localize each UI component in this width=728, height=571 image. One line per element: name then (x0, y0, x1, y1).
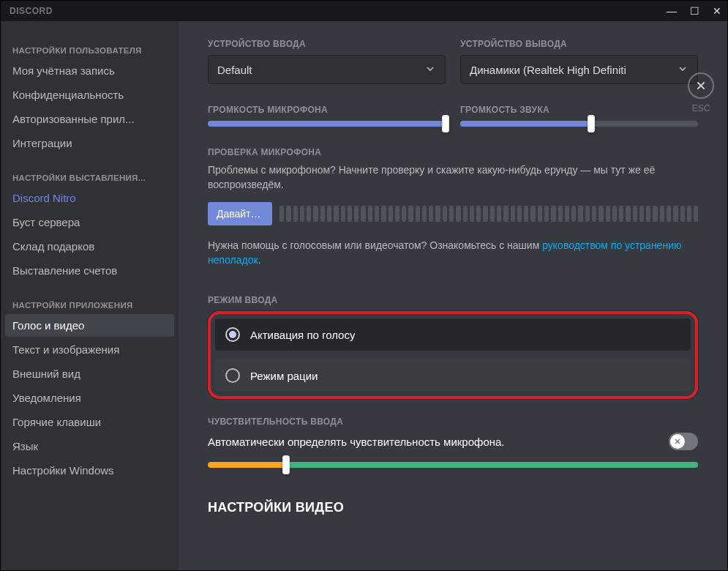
chevron-down-icon (677, 63, 688, 77)
auto-sensitivity-label: Автоматически определять чувствительност… (208, 436, 505, 448)
video-settings-header: НАСТРОЙКИ ВИДЕО (208, 500, 698, 515)
input-device-value: Default (217, 64, 252, 76)
voice-help-text: Нужна помощь с голосовым или видеочатом?… (208, 239, 698, 267)
sensitivity-header: ЧУВСТВИТЕЛЬНОСТЬ ВВОДА (208, 417, 698, 427)
sidebar-item-appearance[interactable]: Внешний вид (5, 362, 174, 385)
mic-volume-slider[interactable] (208, 121, 446, 127)
sidebar-item-gifts[interactable]: Склад подарков (5, 235, 174, 258)
sidebar-item-notifications[interactable]: Уведомления (5, 387, 174, 409)
close-settings-button[interactable] (688, 72, 714, 99)
input-device-label: УСТРОЙСТВО ВВОДА (208, 39, 446, 49)
sidebar-item-authorized-apps[interactable]: Авторизованные прил... (5, 108, 174, 130)
input-mode-highlight: Активация по голосу Режим рации (208, 311, 698, 399)
input-mode-ptt-label: Режим рации (250, 370, 318, 382)
mic-level-meter (279, 206, 698, 222)
titlebar: DISCORD — ☐ ✕ (1, 1, 727, 21)
maximize-icon[interactable]: ☐ (690, 5, 699, 17)
settings-sidebar: НАСТРОЙКИ ПОЛЬЗОВАТЕЛЯ Моя учётная запис… (1, 21, 179, 570)
sidebar-item-boost[interactable]: Буст сервера (5, 211, 174, 234)
sidebar-item-voice-video[interactable]: Голос и видео (5, 314, 174, 337)
output-volume-label: ГРОМКОСТЬ ЗВУКА (460, 105, 698, 115)
minimize-icon[interactable]: — (667, 5, 677, 17)
radio-on-icon (225, 327, 240, 342)
output-volume-slider[interactable] (460, 121, 698, 127)
input-mode-voice-label: Активация по голосу (250, 329, 355, 341)
mic-volume-label: ГРОМКОСТЬ МИКРОФОНА (208, 105, 446, 115)
sidebar-item-keybinds[interactable]: Горячие клавиши (5, 411, 174, 433)
radio-off-icon (225, 368, 240, 383)
input-mode-header: РЕЖИМ ВВОДА (208, 295, 698, 305)
sidebar-item-nitro[interactable]: Discord Nitro (5, 187, 174, 209)
auto-sensitivity-toggle[interactable] (669, 433, 698, 450)
mic-test-header: ПРОВЕРКА МИКРОФОНА (208, 147, 698, 157)
output-device-select[interactable]: Динамики (Realtek High Definiti (460, 55, 698, 84)
mic-test-desc: Проблемы с микрофоном? Начните проверку … (208, 163, 698, 192)
output-device-value: Динамики (Realtek High Definiti (470, 64, 626, 76)
output-device-label: УСТРОЙСТВО ВЫВОДА (460, 39, 698, 49)
mic-test-button[interactable]: Давайте пр... (208, 202, 272, 225)
esc-label: ESC (692, 103, 710, 113)
sidebar-item-language[interactable]: Язык (5, 435, 174, 458)
sidebar-item-privacy[interactable]: Конфиденциальность (5, 83, 174, 106)
sidebar-item-windows[interactable]: Настройки Windows (5, 459, 174, 482)
sidebar-header-user: НАСТРОЙКИ ПОЛЬЗОВАТЕЛЯ (5, 42, 174, 59)
chevron-down-icon (424, 63, 436, 77)
toggle-off-icon (670, 434, 685, 449)
sidebar-item-account[interactable]: Моя учётная запись (5, 59, 174, 82)
app-brand: DISCORD (10, 6, 53, 16)
sidebar-item-text-images[interactable]: Текст и изображения (5, 338, 174, 361)
input-device-select[interactable]: Default (208, 55, 446, 84)
settings-content: УСТРОЙСТВО ВВОДА Default УСТРОЙСТВО ВЫВО… (179, 21, 727, 570)
input-mode-push-to-talk[interactable]: Режим рации (215, 359, 691, 392)
input-mode-voice-activity[interactable]: Активация по голосу (215, 318, 691, 351)
sidebar-header-app: НАСТРОЙКИ ПРИЛОЖЕНИЯ (5, 296, 174, 314)
sidebar-header-billing: НАСТРОЙКИ ВЫСТАВЛЕНИЯ... (5, 169, 174, 187)
sidebar-item-billing[interactable]: Выставление счетов (5, 259, 174, 282)
sidebar-item-integrations[interactable]: Интеграции (5, 132, 174, 154)
close-window-icon[interactable]: ✕ (713, 5, 721, 17)
sensitivity-slider[interactable] (208, 462, 698, 468)
